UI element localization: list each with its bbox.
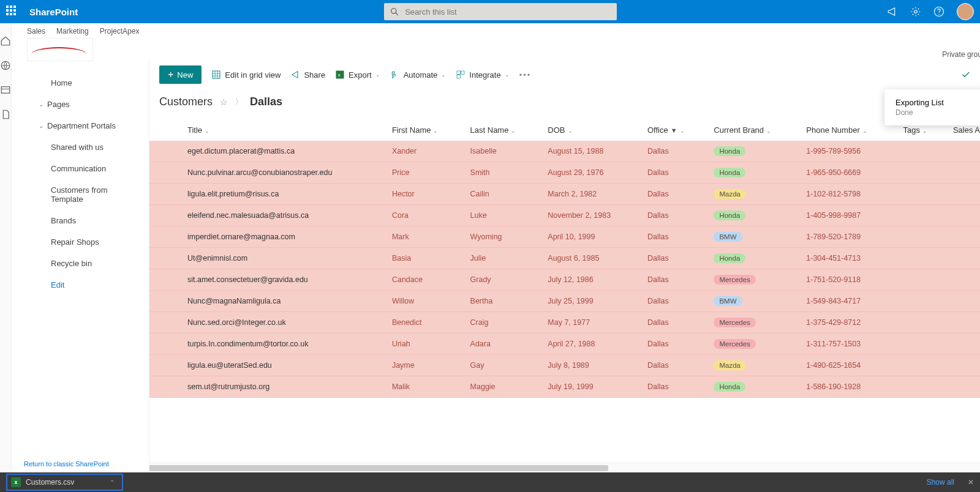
favorite-icon[interactable]: ☆ xyxy=(220,97,228,107)
cell-office: Dallas xyxy=(640,376,706,398)
table-row[interactable]: Nunc.sed.orci@Integer.co.uk Benedict Cra… xyxy=(149,312,980,334)
settings-icon[interactable] xyxy=(910,6,921,17)
return-classic[interactable]: Return to classic SharePoint xyxy=(24,460,109,468)
nav-pages[interactable]: ⌄Pages xyxy=(12,94,149,115)
done-check-icon[interactable] xyxy=(961,70,971,80)
horizontal-scrollbar[interactable] xyxy=(149,463,980,472)
cell-title[interactable]: ligula.elit.pretium@risus.ca xyxy=(180,184,385,205)
table-row[interactable]: imperdiet.ornare@magnaa.com Mark Wyoming… xyxy=(149,226,980,248)
nav-department-portals[interactable]: ⌄Department Portals xyxy=(12,115,149,136)
cell-title[interactable]: eleifend.nec.malesuada@atrisus.ca xyxy=(180,205,385,226)
new-button[interactable]: +New xyxy=(159,65,202,84)
nav-customers-template[interactable]: Customers from Template xyxy=(12,179,149,210)
cell-phone: 1-490-625-1654 xyxy=(799,355,895,376)
cell-title[interactable]: Nunc.pulvinar.arcu@conubianostraper.edu xyxy=(180,162,385,184)
left-nav: Home ⌄Pages ⌄Department Portals Shared w… xyxy=(12,61,149,472)
cell-brand: Mazda xyxy=(706,355,799,376)
list-title[interactable]: Customers xyxy=(159,95,213,108)
list-table-wrap[interactable]: Title⌄First Name⌄Last Name⌄DOB⌄Office▼⌄C… xyxy=(149,119,980,463)
show-all-downloads[interactable]: Show all xyxy=(927,478,954,486)
download-chip[interactable]: x Customers.csv ⌃ xyxy=(6,474,123,491)
table-row[interactable]: Ut@enimnisl.com Basia Julie August 6, 19… xyxy=(149,248,980,269)
home-icon[interactable] xyxy=(0,35,11,47)
cell-assoc xyxy=(946,269,980,291)
table-row[interactable]: sem.ut@rutrumjusto.org Malik Maggie July… xyxy=(149,376,980,398)
cell-title[interactable]: ligula.eu@uteratSed.edu xyxy=(180,355,385,376)
site-link-sales[interactable]: Sales xyxy=(27,27,45,35)
col-phone number[interactable]: Phone Number⌄ xyxy=(799,119,895,141)
integrate-button[interactable]: Integrate⌄ xyxy=(456,70,509,80)
col-dob[interactable]: DOB⌄ xyxy=(540,119,640,141)
cell-dob: July 25, 1999 xyxy=(540,291,640,312)
nav-brands[interactable]: Brands xyxy=(12,210,149,231)
export-button[interactable]: xExport⌄ xyxy=(335,70,380,80)
cell-phone: 1-751-520-9118 xyxy=(799,269,895,291)
col-first name[interactable]: First Name⌄ xyxy=(385,119,463,141)
app-launcher-icon[interactable] xyxy=(6,6,18,18)
cell-title[interactable]: eget.dictum.placerat@mattis.ca xyxy=(180,141,385,162)
notice-title: Exporting List xyxy=(895,98,980,107)
table-row[interactable]: Nunc@magnaNamligula.ca Willow Bertha Jul… xyxy=(149,291,980,312)
cell-title[interactable]: Nunc@magnaNamligula.ca xyxy=(180,291,385,312)
table-row[interactable]: ligula.elit.pretium@risus.ca Hector Cail… xyxy=(149,184,980,205)
cell-brand: Mazda xyxy=(706,184,799,205)
cell-dob: May 7, 1977 xyxy=(540,312,640,334)
cell-first: Benedict xyxy=(385,312,463,334)
cell-brand: BMW xyxy=(706,291,799,312)
cell-title[interactable]: Nunc.sed.orci@Integer.co.uk xyxy=(180,312,385,334)
edit-grid-button[interactable]: Edit in grid view xyxy=(211,70,281,80)
megaphone-icon[interactable] xyxy=(887,6,898,17)
user-avatar[interactable] xyxy=(957,3,974,20)
globe-icon[interactable] xyxy=(0,60,11,71)
share-button[interactable]: Share xyxy=(290,70,325,80)
cell-office: Dallas xyxy=(640,312,706,334)
nav-home[interactable]: Home xyxy=(12,72,149,94)
svg-rect-6 xyxy=(1,87,10,94)
excel-file-icon: x xyxy=(11,477,21,487)
cell-title[interactable]: imperdiet.ornare@magnaa.com xyxy=(180,226,385,248)
col-office[interactable]: Office▼⌄ xyxy=(640,119,706,141)
cell-assoc xyxy=(946,291,980,312)
cell-title[interactable]: Ut@enimnisl.com xyxy=(180,248,385,269)
cell-office: Dallas xyxy=(640,291,706,312)
cell-last: Luke xyxy=(463,205,541,226)
nav-shared[interactable]: Shared with us xyxy=(12,136,149,158)
files-icon[interactable] xyxy=(0,109,11,120)
col-last name[interactable]: Last Name⌄ xyxy=(463,119,541,141)
help-icon[interactable] xyxy=(933,6,944,17)
nav-communication[interactable]: Communication xyxy=(12,158,149,179)
cell-brand: Honda xyxy=(706,248,799,269)
cell-office: Dallas xyxy=(640,205,706,226)
notice-sub: Done xyxy=(895,108,980,117)
search-box[interactable] xyxy=(384,3,617,20)
more-button[interactable]: ••• xyxy=(519,70,532,80)
cell-title[interactable]: turpis.In.condimentum@tortor.co.uk xyxy=(180,334,385,355)
news-icon[interactable] xyxy=(0,84,11,95)
cell-office: Dallas xyxy=(640,334,706,355)
list-breadcrumb: Customers ☆ 〉 Dallas xyxy=(149,88,980,119)
cell-phone: 1-586-190-1928 xyxy=(799,376,895,398)
table-row[interactable]: sit.amet.consectetuer@gravida.edu Candac… xyxy=(149,269,980,291)
site-link-projectapex[interactable]: ProjectApex xyxy=(100,27,140,35)
site-link-marketing[interactable]: Marketing xyxy=(56,27,89,35)
site-logo[interactable] xyxy=(27,38,93,61)
brand[interactable]: SharePoint xyxy=(29,7,78,17)
cell-brand: Honda xyxy=(706,141,799,162)
table-row[interactable]: turpis.In.condimentum@tortor.co.uk Uriah… xyxy=(149,334,980,355)
nav-recycle-bin[interactable]: Recycle bin xyxy=(12,253,149,274)
nav-repair-shops[interactable]: Repair Shops xyxy=(12,231,149,253)
table-row[interactable]: eleifend.nec.malesuada@atrisus.ca Cora L… xyxy=(149,205,980,226)
table-row[interactable]: ligula.eu@uteratSed.edu Jayme Gay July 8… xyxy=(149,355,980,376)
col-title[interactable]: Title⌄ xyxy=(180,119,385,141)
table-row[interactable]: Nunc.pulvinar.arcu@conubianostraper.edu … xyxy=(149,162,980,184)
close-download-bar[interactable]: ✕ xyxy=(968,478,974,486)
chevron-up-icon[interactable]: ⌃ xyxy=(110,479,115,486)
search-input[interactable] xyxy=(405,7,611,17)
cell-title[interactable]: sem.ut@rutrumjusto.org xyxy=(180,376,385,398)
nav-edit[interactable]: Edit xyxy=(12,274,149,296)
automate-button[interactable]: Automate⌄ xyxy=(390,70,447,80)
cell-title[interactable]: sit.amet.consectetuer@gravida.edu xyxy=(180,269,385,291)
table-row[interactable]: eget.dictum.placerat@mattis.ca Xander Is… xyxy=(149,141,980,162)
cell-phone: 1-405-998-9987 xyxy=(799,205,895,226)
col-current brand[interactable]: Current Brand⌄ xyxy=(706,119,799,141)
